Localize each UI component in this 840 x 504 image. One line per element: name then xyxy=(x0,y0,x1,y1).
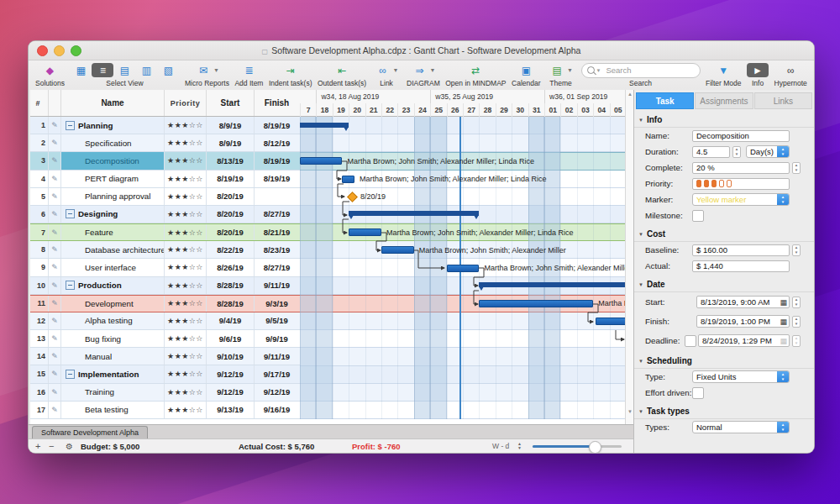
gantt-task-bar[interactable] xyxy=(300,157,342,165)
column-header[interactable]: # xyxy=(30,90,49,116)
gantt-task-bar[interactable] xyxy=(447,265,480,272)
gantt-task-bar[interactable] xyxy=(381,246,414,254)
view-documents-button[interactable]: ▧ xyxy=(157,63,179,77)
gantt-task-bar[interactable] xyxy=(349,228,381,236)
priority-stars[interactable]: ★★★☆☆ xyxy=(165,348,207,365)
start-date-cell[interactable]: 9/4/19 xyxy=(207,312,255,329)
scroll-down-arrow-icon[interactable]: ▼ xyxy=(626,409,633,414)
gantt-summary-bar[interactable] xyxy=(479,282,625,287)
finish-date-cell[interactable]: 9/11/19 xyxy=(255,277,299,294)
start-date-cell[interactable]: 9/13/19 xyxy=(207,402,255,418)
task-name-cell[interactable]: Training xyxy=(61,384,165,401)
duration-unit-select[interactable]: Day(s)▲▼ xyxy=(746,145,790,158)
gantt-task-bar[interactable] xyxy=(596,318,625,325)
micro-reports-button[interactable]: ✉▼ xyxy=(192,63,222,77)
priority-segment[interactable] xyxy=(727,180,732,187)
start-date-cell[interactable]: 8/13/19 xyxy=(207,152,255,169)
finish-date-cell[interactable]: 8/27/19 xyxy=(255,206,299,223)
task-name-cell[interactable]: Planning xyxy=(61,117,165,134)
task-name-cell[interactable]: Beta testing xyxy=(61,402,165,418)
baseline-stepper[interactable]: ▲▼ xyxy=(792,244,801,256)
priority-stars[interactable]: ★★★☆☆ xyxy=(165,277,207,294)
start-date-cell[interactable]: 8/22/19 xyxy=(207,241,255,258)
scheduling-type-select[interactable]: Fixed Units▲▼ xyxy=(692,370,790,383)
table-row[interactable]: 13✎Bug fixing★★★☆☆9/6/199/9/19 xyxy=(30,330,300,348)
remove-tab-button[interactable]: − xyxy=(49,439,54,453)
start-date-cell[interactable]: 8/26/19 xyxy=(207,259,255,276)
finish-date-cell[interactable]: 8/27/19 xyxy=(255,259,299,276)
chevron-down-icon[interactable]: ▼ xyxy=(213,67,219,73)
name-input[interactable] xyxy=(692,130,790,142)
calendar-grid-icon[interactable]: ▦ xyxy=(780,318,787,326)
start-date-cell[interactable]: 9/12/19 xyxy=(207,384,255,401)
disclosure-triangle-icon[interactable]: ▼ xyxy=(638,232,643,237)
task-edit-pencil-icon[interactable]: ✎ xyxy=(49,277,61,294)
priority-stars[interactable]: ★★★☆☆ xyxy=(165,259,207,276)
priority-stars[interactable]: ★★★☆☆ xyxy=(165,134,207,151)
collapse-icon[interactable] xyxy=(66,281,75,290)
view-resources-button[interactable]: ▤ xyxy=(113,63,135,77)
table-row[interactable]: 12✎Alpha testing★★★☆☆9/4/199/5/19 xyxy=(30,312,300,330)
section-task-types[interactable]: ▼Task types xyxy=(634,404,814,419)
section-date[interactable]: ▼Date xyxy=(634,277,814,292)
column-header[interactable]: Priority xyxy=(165,90,207,116)
calendar-button[interactable]: ▣ xyxy=(515,63,537,77)
task-edit-pencil-icon[interactable]: ✎ xyxy=(49,117,61,134)
priority-stars[interactable]: ★★★☆☆ xyxy=(165,365,207,382)
task-edit-pencil-icon[interactable]: ✎ xyxy=(49,134,61,151)
column-header[interactable]: Start xyxy=(207,90,255,116)
task-name-cell[interactable]: Alpha testing xyxy=(61,312,165,329)
table-row[interactable]: 1✎Planning★★★☆☆8/9/198/19/19 xyxy=(30,117,300,134)
task-name-cell[interactable]: Development xyxy=(61,296,165,312)
scroll-up-arrow-icon[interactable]: ▲ xyxy=(626,92,633,97)
task-types-select[interactable]: Normal▲▼ xyxy=(692,421,790,433)
task-edit-pencil-icon[interactable]: ✎ xyxy=(49,188,61,205)
table-row[interactable]: 11✎Development★★★☆☆8/28/199/3/19 xyxy=(30,295,300,312)
finish-date-cell[interactable]: 9/11/19 xyxy=(255,348,299,365)
task-name-cell[interactable]: Database architecture xyxy=(61,241,165,258)
disclosure-triangle-icon[interactable]: ▼ xyxy=(638,282,643,287)
task-name-cell[interactable]: Implementation xyxy=(61,365,165,382)
column-header[interactable] xyxy=(49,90,61,116)
start-date-cell[interactable]: 8/28/19 xyxy=(207,277,255,294)
hypernote-button[interactable]: ∞ xyxy=(780,63,801,77)
table-row[interactable]: 7✎Feature★★★☆☆8/20/198/21/19 xyxy=(30,223,300,241)
priority-segment[interactable] xyxy=(711,180,717,187)
finish-date-cell[interactable]: 9/9/19 xyxy=(255,330,299,347)
gantt-summary-bar[interactable] xyxy=(349,211,479,216)
outdent-tasks-button[interactable]: ⇤ xyxy=(331,63,353,77)
task-name-cell[interactable]: Production xyxy=(61,277,165,294)
solutions-button[interactable]: ◆ xyxy=(39,63,60,77)
column-header[interactable]: Finish xyxy=(255,90,299,116)
calendar-grid-icon[interactable]: ▦ xyxy=(780,298,787,307)
chevron-down-icon[interactable]: ▼ xyxy=(393,67,399,73)
filter-mode-button[interactable]: ▼ xyxy=(712,63,734,77)
zoom-slider[interactable] xyxy=(533,439,622,453)
column-header[interactable]: Name xyxy=(61,90,165,116)
tab-links[interactable]: Links xyxy=(754,92,812,109)
task-edit-pencil-icon[interactable]: ✎ xyxy=(49,206,61,223)
task-edit-pencil-icon[interactable]: ✎ xyxy=(49,402,61,418)
finish-date-cell[interactable]: 9/17/19 xyxy=(255,365,299,382)
task-name-cell[interactable]: User interface xyxy=(61,259,165,276)
gantt-task-bar[interactable] xyxy=(479,300,593,307)
search-scope-chevron-icon[interactable]: ▼ xyxy=(596,68,601,73)
task-edit-pencil-icon[interactable]: ✎ xyxy=(49,296,61,312)
priority-stars[interactable]: ★★★☆☆ xyxy=(165,171,207,187)
task-edit-pencil-icon[interactable]: ✎ xyxy=(49,384,61,401)
gantt-task-bar[interactable] xyxy=(342,176,354,183)
deadline-date-field[interactable]: 8/24/2019, 1:29 PM▦ xyxy=(698,334,790,347)
view-assignments-button[interactable]: ▥ xyxy=(135,63,157,77)
section-cost[interactable]: ▼Cost xyxy=(634,227,814,242)
collapse-icon[interactable] xyxy=(66,121,75,130)
table-row[interactable]: 2✎Specification★★★☆☆8/9/198/12/19 xyxy=(30,134,300,152)
task-name-cell[interactable]: Designing xyxy=(61,206,165,223)
gantt-vertical-scrollbar[interactable]: ▲ ▼ xyxy=(625,90,633,424)
task-name-cell[interactable]: Specification xyxy=(61,134,165,151)
table-row[interactable]: 16✎Training★★★☆☆9/12/199/12/19 xyxy=(30,384,300,402)
start-date-cell[interactable]: 9/6/19 xyxy=(207,330,255,347)
table-row[interactable]: 17✎Beta testing★★★☆☆9/13/199/16/19 xyxy=(30,402,300,419)
open-in-mindmap-button[interactable]: ⇄ xyxy=(465,63,486,77)
add-item-button[interactable]: ≣ xyxy=(238,63,260,77)
duration-input[interactable] xyxy=(692,146,730,158)
